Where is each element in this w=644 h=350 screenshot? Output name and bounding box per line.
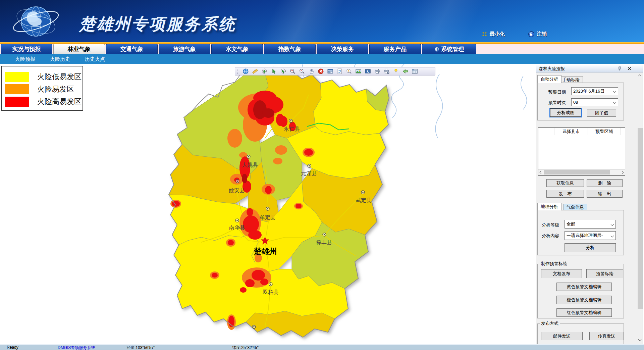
tab-manual-plot[interactable]: 手动标绘: [559, 76, 583, 83]
email-send-button[interactable]: 邮件发送: [541, 332, 583, 340]
night-image-icon[interactable]: [365, 68, 371, 74]
subnav-historical-fire-points[interactable]: 历史火点: [85, 56, 105, 62]
warn-plot-button[interactable]: 预警标绘: [586, 269, 623, 278]
tab-weather-info[interactable]: 气象信息: [563, 204, 587, 210]
status-bar: Ready DMGIS专项服务系统 经度:103°56'57" 纬度:25°32…: [0, 344, 644, 350]
stop-icon[interactable]: [318, 68, 324, 74]
refresh-icon[interactable]: [337, 68, 342, 74]
globe-logo-icon: [4, 1, 76, 41]
status-latitude: 纬度:25°32'45": [232, 345, 259, 350]
legend-item-low: 火险低易发区: [5, 70, 83, 83]
measure-icon[interactable]: [252, 68, 258, 74]
legend-item-medium: 火险易发区: [5, 83, 83, 95]
get-info-button[interactable]: 获取信息: [546, 179, 584, 187]
scroll-up-icon[interactable]: [638, 74, 642, 78]
print-setup-icon[interactable]: [384, 68, 389, 74]
scrollbar-thumb[interactable]: [638, 128, 643, 309]
back-icon[interactable]: [402, 68, 408, 74]
analyze-button[interactable]: 分析: [565, 243, 616, 252]
globe-icon[interactable]: [243, 68, 249, 74]
full-extent-icon[interactable]: [327, 68, 333, 74]
analysis-content-select[interactable]: 一请选择地理图层-: [565, 231, 616, 240]
analysis-content-value: 一请选择地理图层-: [567, 233, 603, 239]
publish-group-label: 发布方式: [540, 320, 560, 327]
export-button[interactable]: 输 出: [587, 190, 623, 198]
analysis-level-label: 分析等级: [542, 222, 559, 228]
tab-hydrology-weather[interactable]: 水文气象: [211, 44, 263, 54]
marker-icon[interactable]: [393, 68, 399, 74]
factor-value-button[interactable]: 因子值: [587, 109, 616, 117]
pointer-icon[interactable]: [271, 68, 277, 74]
warning-table[interactable]: 选择县市 预警区域 预警: [538, 128, 625, 176]
tab-index-weather[interactable]: 指数气象: [264, 44, 316, 54]
print-icon[interactable]: [374, 68, 380, 74]
panel-scrollbar[interactable]: [637, 72, 643, 344]
pan-icon[interactable]: [309, 68, 314, 74]
county-shuangbai-south[interactable]: [246, 311, 335, 337]
table-header-select: [538, 128, 554, 135]
scroll-down-icon[interactable]: [638, 338, 642, 341]
tab-traffic-weather[interactable]: 交通气象: [106, 44, 158, 54]
minimize-icon: [482, 31, 487, 37]
tab-forestry-weather[interactable]: 林业气象: [53, 44, 105, 54]
warn-time-label: 预警时次: [548, 100, 566, 106]
tab-tourism-weather[interactable]: 旅游气象: [159, 44, 210, 54]
yellow-warning-doc-button[interactable]: 黄色预警文档编辑: [556, 283, 612, 291]
fax-send-button[interactable]: 传真发送: [589, 332, 624, 340]
zoom-in-icon[interactable]: [290, 68, 296, 74]
tab-decision-service[interactable]: 决策服务: [317, 44, 368, 54]
high-risk-swatch: [5, 97, 29, 107]
scroll-left-icon[interactable]: [540, 171, 543, 174]
layout-icon[interactable]: [412, 68, 418, 74]
image-icon[interactable]: [356, 68, 361, 74]
analysis-level-select[interactable]: 全部: [565, 220, 616, 229]
chevron-down-icon: [611, 234, 614, 238]
fire-risk-legend: 火险低易发区 火险易发区 火险高易发区: [1, 66, 83, 111]
logout-button[interactable]: 注销: [528, 31, 547, 37]
warn-date-select[interactable]: 2023年 6月16日: [571, 87, 618, 95]
lock-icon: [528, 31, 534, 37]
orange-warning-doc-button[interactable]: 橙色预警文档编辑: [556, 296, 612, 304]
subnav-fire-risk-forecast[interactable]: 火险预报: [15, 56, 35, 62]
sub-nav: 火险预报 火险历史 历史火点: [0, 54, 644, 64]
svg-text:双柏县: 双柏县: [263, 289, 279, 295]
warn-date-value: 2023年 6月16日: [573, 88, 604, 94]
analyze-map-button[interactable]: 分析成图: [550, 108, 581, 117]
hscrollbar-thumb[interactable]: [544, 170, 610, 174]
table-header-region: 预警区域: [588, 128, 621, 135]
delete-button[interactable]: 删 除: [587, 179, 623, 187]
tab-system-management[interactable]: 系统管理: [422, 44, 476, 54]
chevron-down-icon: [611, 223, 614, 226]
tab-geo-analysis[interactable]: 地理分析: [537, 203, 561, 210]
zoom-out-icon[interactable]: [299, 68, 305, 74]
tab-label: 系统管理: [441, 45, 464, 53]
tab-service-products[interactable]: 服务产品: [369, 44, 421, 54]
svg-text:姚安县: 姚安县: [229, 188, 245, 193]
scroll-right-icon[interactable]: [621, 171, 624, 174]
status-system-name[interactable]: DMGIS专项服务系统: [58, 345, 95, 350]
tab-auto-analysis[interactable]: 自动分析: [537, 75, 561, 83]
red-warning-doc-button[interactable]: 红色预警文档编辑: [556, 308, 612, 317]
svg-text:禄丰县: 禄丰县: [316, 240, 332, 245]
publish-button[interactable]: 发 布: [546, 190, 584, 198]
analysis-level-value: 全部: [567, 221, 575, 227]
warn-time-select[interactable]: 08: [571, 98, 618, 106]
shield-icon: [434, 47, 439, 52]
status-ready: Ready: [7, 345, 18, 350]
table-header-row: 选择县市 预警区域 预警: [538, 128, 625, 135]
table-hscrollbar[interactable]: [538, 169, 625, 175]
pin-icon[interactable]: [617, 66, 622, 71]
svg-text:牟定县: 牟定县: [260, 214, 276, 220]
app-title: 楚雄州专项服务系统: [79, 13, 236, 35]
toolbar-gr ip-handle[interactable]: [237, 69, 239, 74]
identify-icon[interactable]: ?: [346, 68, 352, 74]
subnav-fire-risk-history[interactable]: 火险历史: [50, 56, 70, 62]
prefecture-label: 楚雄州: [254, 247, 277, 256]
select-area-icon[interactable]: [262, 68, 267, 74]
svg-text:元谋县: 元谋县: [301, 170, 317, 176]
doc-publish-button[interactable]: 文档发布: [541, 269, 582, 278]
minimize-button[interactable]: 最小化: [482, 31, 505, 37]
close-icon[interactable]: [627, 66, 632, 71]
select-circle-icon[interactable]: [280, 68, 286, 74]
tab-realtime-forecast[interactable]: 实况与预报: [1, 44, 52, 54]
